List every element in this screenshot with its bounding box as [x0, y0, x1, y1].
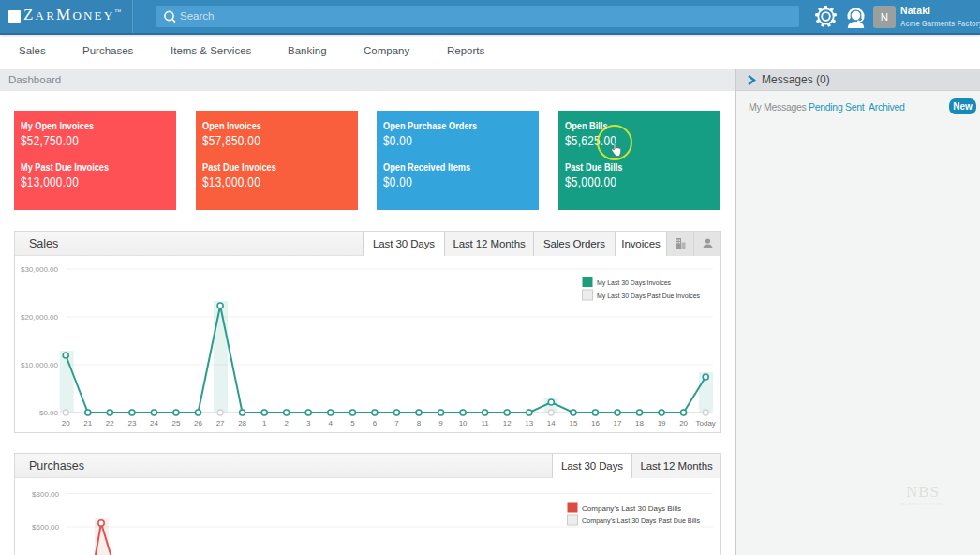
svg-text:17: 17	[614, 419, 622, 428]
svg-text:28: 28	[238, 419, 246, 428]
svg-text:18: 18	[635, 419, 644, 428]
svg-text:26: 26	[194, 419, 202, 428]
svg-text:5: 5	[350, 419, 355, 428]
svg-text:13: 13	[525, 419, 533, 428]
svg-text:$20,000.00: $20,000.00	[21, 313, 59, 322]
svg-text:2: 2	[284, 419, 289, 428]
svg-text:Company's Last 30 Days Bills: Company's Last 30 Days Bills	[582, 504, 681, 513]
svg-text:My Last 30 Days Past Due Invoi: My Last 30 Days Past Due Invoices	[597, 292, 700, 300]
svg-text:19: 19	[658, 419, 666, 428]
svg-text:25: 25	[171, 419, 180, 428]
svg-text:My Last 30 Days Invoices: My Last 30 Days Invoices	[597, 278, 671, 287]
svg-text:12: 12	[503, 419, 512, 428]
svg-text:24: 24	[150, 419, 158, 428]
svg-text:$0.00: $0.00	[39, 409, 59, 417]
svg-text:16: 16	[591, 419, 600, 428]
svg-text:Company's Last 30 Days Past Du: Company's Last 30 Days Past Due Bills	[582, 517, 700, 525]
svg-text:20: 20	[62, 419, 70, 428]
svg-text:8: 8	[417, 419, 422, 428]
svg-text:21: 21	[83, 419, 92, 428]
svg-text:3: 3	[306, 419, 311, 428]
svg-text:$30,000.00: $30,000.00	[21, 265, 59, 274]
svg-text:20: 20	[679, 419, 688, 428]
svg-text:23: 23	[127, 419, 136, 428]
svg-text:$10,000.00: $10,000.00	[21, 361, 59, 369]
svg-text:14: 14	[547, 419, 556, 428]
svg-text:15: 15	[569, 419, 577, 428]
svg-text:4: 4	[329, 419, 334, 428]
svg-text:11: 11	[481, 419, 489, 428]
svg-text:22: 22	[106, 419, 114, 428]
svg-text:6: 6	[373, 419, 378, 428]
svg-text:$600.00: $600.00	[32, 523, 59, 532]
svg-text:1: 1	[262, 419, 267, 428]
svg-text:27: 27	[216, 419, 225, 428]
svg-text:Today: Today	[696, 419, 716, 428]
svg-text:7: 7	[394, 419, 399, 428]
svg-text:10: 10	[459, 419, 468, 428]
svg-text:9: 9	[438, 419, 443, 428]
svg-text:$800.00: $800.00	[32, 490, 59, 499]
